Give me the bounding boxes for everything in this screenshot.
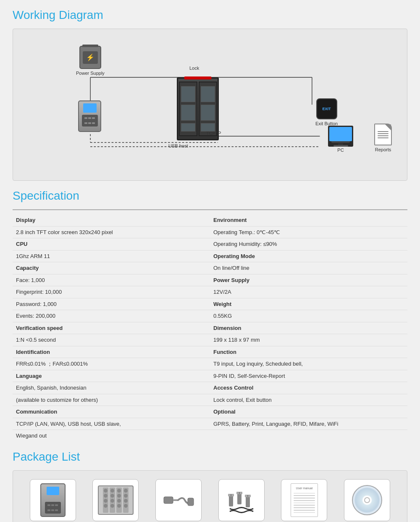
working-diagram-title: Working Diagram: [13, 8, 407, 24]
page-container: Working Diagram: [0, 0, 420, 522]
diagram-box: ⚡ Power Supply: [13, 29, 407, 181]
spec-value: 0.55KG: [210, 310, 407, 322]
table-row: 1Ghz ARM 11 Operating Mode: [13, 250, 407, 262]
table-row: Language 9-PIN ID, Self-Service-Report: [13, 370, 407, 382]
device-icon: [40, 483, 66, 517]
diagram-inner: ⚡ Power Supply: [26, 37, 394, 168]
package-list-title: Package List: [13, 450, 407, 465]
data-cable-icon: [162, 488, 195, 513]
package-list-section: Package List: [13, 450, 407, 522]
spec-label: Access Control: [210, 382, 407, 394]
software-cd-icon: [352, 485, 382, 515]
spec-value: Password: 1,000: [13, 298, 210, 310]
spec-value: TCP/IP (LAN, WAN), USB host, USB slave,: [13, 418, 210, 430]
tcpip-label: TCP/IP: [206, 131, 221, 136]
package-item-screws: Screws: [214, 479, 269, 522]
spec-value: 2.8 inch TFT color screen 320x240 pixel: [13, 226, 210, 238]
power-supply-label: Power Supply: [76, 71, 105, 76]
spec-label: Language: [13, 370, 210, 382]
package-item-user-manual: User manual User manual: [277, 479, 331, 522]
table-row: FRR≤0.01% ；FAR≤0.0001% T9 input, Log inq…: [13, 358, 407, 370]
spec-divider: [13, 209, 407, 210]
spec-value: FRR≤0.01% ；FAR≤0.0001%: [13, 358, 210, 370]
package-grid: Device: [13, 470, 407, 522]
spec-value: Wiegand out: [13, 430, 210, 442]
working-diagram-section: Working Diagram: [13, 8, 407, 181]
lock-label-item: Lock: [189, 65, 199, 71]
package-item-data-cable: Data cable: [151, 479, 206, 522]
spec-label: Display: [13, 214, 210, 226]
software-cd-icon-box: [344, 479, 390, 521]
access-device-item: [78, 100, 101, 132]
table-row: (available to customize for others) Lock…: [13, 394, 407, 406]
spec-label: Communication: [13, 406, 210, 418]
package-item-mounted-plate: Mounted plate: [88, 479, 143, 522]
power-supply-item: ⚡ Power Supply: [76, 46, 105, 76]
device-icon-box: [30, 479, 76, 521]
table-row: CPU Operating Humidity: ≤90%: [13, 238, 407, 250]
reports-label: Reports: [374, 147, 392, 152]
exit-button-item: EXIT Exit Button: [315, 98, 338, 126]
lock-label: Lock: [189, 66, 199, 71]
table-row: Face: 1,000 Power Supply: [13, 274, 407, 286]
user-manual-icon: User manual: [291, 483, 318, 517]
spec-value: [210, 430, 407, 442]
svg-rect-13: [188, 498, 194, 506]
package-item-device: Device: [26, 479, 80, 522]
spec-value: Lock control, Exit button: [210, 394, 407, 406]
mounted-plate-icon-box: [92, 479, 139, 521]
table-row: Display Environment: [13, 214, 407, 226]
table-row: Events: 200,000 0.55KG: [13, 310, 407, 322]
spec-value: Fingerprint: 10,000: [13, 286, 210, 298]
table-row: Password: 1,000 Weight: [13, 298, 407, 310]
table-row: Communication Optional: [13, 406, 407, 418]
table-row: TCP/IP (LAN, WAN), USB host, USB slave, …: [13, 418, 407, 430]
spec-value: 9-PIN ID, Self-Service-Report: [210, 370, 407, 382]
specification-title: Specification: [13, 189, 407, 204]
package-item-software-cd: Software CD: [340, 479, 394, 522]
table-row: Fingerprint: 10,000 12V/2A: [13, 286, 407, 298]
table-row: 1:N <0.5 second 199 x 118 x 97 mm: [13, 334, 407, 346]
svg-rect-11: [164, 497, 173, 504]
pc-item: PC: [328, 126, 353, 153]
table-row: 2.8 inch TFT color screen 320x240 pixel …: [13, 226, 407, 238]
specification-table: Display Environment 2.8 inch TFT color s…: [13, 214, 407, 442]
spec-label: Power Supply: [210, 274, 407, 286]
screws-icon: [225, 485, 258, 515]
pc-label: PC: [328, 148, 353, 153]
specification-section: Specification Display Environment 2.8 in…: [13, 189, 407, 442]
usbhost-label: USB host: [168, 143, 188, 148]
mounted-plate-icon: [98, 485, 134, 515]
spec-value: Events: 200,000: [13, 310, 210, 322]
spec-value: 12V/2A: [210, 286, 407, 298]
screws-icon-box: [218, 479, 265, 521]
spec-label: CPU: [13, 238, 210, 250]
spec-label: Environment: [210, 214, 407, 226]
spec-value: (available to customize for others): [13, 394, 210, 406]
spec-label: Function: [210, 346, 407, 358]
spec-value: Face: 1,000: [13, 274, 210, 286]
spec-value: 1Ghz ARM 11: [13, 250, 210, 262]
spec-value: Operating Temp.: 0℃-45℃: [210, 226, 407, 238]
spec-label: Operating Mode: [210, 250, 407, 262]
spec-label: Optional: [210, 406, 407, 418]
spec-value: 199 x 118 x 97 mm: [210, 334, 407, 346]
spec-value: On line/Off line: [210, 262, 407, 274]
spec-value: 1:N <0.5 second: [13, 334, 210, 346]
spec-label: Identification: [13, 346, 210, 358]
spec-value: English, Spanish, Indonesian: [13, 382, 210, 394]
spec-value: T9 input, Log inquiry, Scheduled bell,: [210, 358, 407, 370]
table-row: Verification speed Dimension: [13, 322, 407, 334]
table-row: Capacity On line/Off line: [13, 262, 407, 274]
spec-label: Capacity: [13, 262, 210, 274]
table-row: English, Spanish, Indonesian Access Cont…: [13, 382, 407, 394]
reports-item: Reports: [374, 124, 392, 152]
spec-value: Operating Humidity: ≤90%: [210, 238, 407, 250]
table-row: Wiegand out: [13, 430, 407, 442]
spec-label: Verification speed: [13, 322, 210, 334]
data-cable-icon-box: [155, 479, 202, 521]
spec-value: GPRS, Battery, Print, Language, RFID, Mi…: [210, 418, 407, 430]
user-manual-icon-box: User manual: [281, 479, 327, 521]
table-row: Identification Function: [13, 346, 407, 358]
spec-label: Weight: [210, 298, 407, 310]
